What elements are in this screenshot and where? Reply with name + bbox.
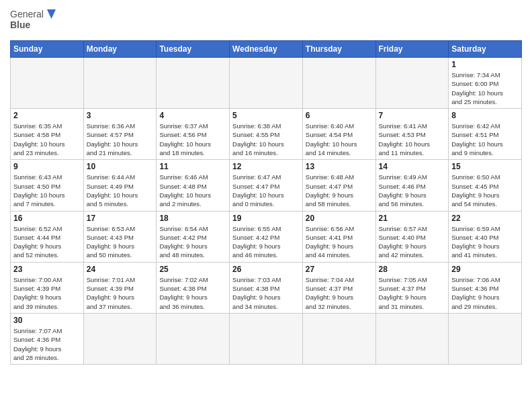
calendar-header-sunday: Sunday bbox=[11, 41, 84, 58]
day-info: Sunrise: 6:40 AM Sunset: 4:54 PM Dayligh… bbox=[306, 122, 373, 157]
calendar-header-wednesday: Wednesday bbox=[230, 41, 303, 58]
generalblue-logo: General Blue bbox=[10, 7, 57, 35]
calendar-day-cell: 13Sunrise: 6:48 AM Sunset: 4:47 PM Dayli… bbox=[302, 160, 375, 211]
calendar-day-cell: 30Sunrise: 7:07 AM Sunset: 4:36 PM Dayli… bbox=[11, 313, 84, 364]
day-info: Sunrise: 7:05 AM Sunset: 4:37 PM Dayligh… bbox=[379, 275, 446, 311]
day-info: Sunrise: 6:53 AM Sunset: 4:43 PM Dayligh… bbox=[87, 224, 154, 260]
day-info: Sunrise: 7:03 AM Sunset: 4:38 PM Dayligh… bbox=[232, 275, 300, 311]
calendar-day-cell: 29Sunrise: 7:06 AM Sunset: 4:36 PM Dayli… bbox=[449, 262, 522, 313]
calendar-day-cell bbox=[375, 313, 449, 364]
day-number: 28 bbox=[379, 265, 446, 274]
calendar-day-cell bbox=[302, 313, 375, 364]
day-number: 3 bbox=[87, 111, 154, 120]
calendar-day-cell: 3Sunrise: 6:36 AM Sunset: 4:57 PM Daylig… bbox=[83, 109, 157, 160]
calendar-day-cell bbox=[302, 58, 375, 109]
calendar-day-cell: 14Sunrise: 6:49 AM Sunset: 4:46 PM Dayli… bbox=[375, 160, 449, 211]
day-number: 10 bbox=[87, 162, 154, 171]
day-info: Sunrise: 6:50 AM Sunset: 4:45 PM Dayligh… bbox=[451, 173, 519, 208]
calendar-header-saturday: Saturday bbox=[449, 41, 522, 58]
day-info: Sunrise: 6:55 AM Sunset: 4:42 PM Dayligh… bbox=[232, 224, 300, 260]
day-number: 29 bbox=[451, 265, 519, 274]
svg-marker-2 bbox=[47, 9, 56, 19]
day-number: 18 bbox=[159, 214, 226, 223]
calendar-day-cell: 23Sunrise: 7:00 AM Sunset: 4:39 PM Dayli… bbox=[11, 262, 84, 313]
calendar-day-cell bbox=[449, 313, 522, 364]
day-info: Sunrise: 7:01 AM Sunset: 4:39 PM Dayligh… bbox=[87, 275, 154, 311]
calendar-day-cell: 20Sunrise: 6:56 AM Sunset: 4:41 PM Dayli… bbox=[302, 211, 375, 262]
calendar-day-cell bbox=[83, 58, 157, 109]
calendar-day-cell: 27Sunrise: 7:04 AM Sunset: 4:37 PM Dayli… bbox=[302, 262, 375, 313]
day-info: Sunrise: 7:00 AM Sunset: 4:39 PM Dayligh… bbox=[13, 275, 81, 311]
calendar-header-thursday: Thursday bbox=[302, 41, 375, 58]
day-info: Sunrise: 7:06 AM Sunset: 4:36 PM Dayligh… bbox=[451, 275, 519, 311]
day-number: 1 bbox=[451, 60, 519, 69]
calendar-day-cell: 21Sunrise: 6:57 AM Sunset: 4:40 PM Dayli… bbox=[375, 211, 449, 262]
calendar-header-tuesday: Tuesday bbox=[157, 41, 230, 58]
calendar-day-cell: 5Sunrise: 6:38 AM Sunset: 4:55 PM Daylig… bbox=[230, 109, 303, 160]
day-number: 20 bbox=[306, 214, 373, 223]
calendar-day-cell: 7Sunrise: 6:41 AM Sunset: 4:53 PM Daylig… bbox=[375, 109, 449, 160]
day-info: Sunrise: 7:34 AM Sunset: 6:00 PM Dayligh… bbox=[451, 71, 519, 106]
day-number: 2 bbox=[13, 111, 81, 120]
calendar-week-row: 9Sunrise: 6:43 AM Sunset: 4:50 PM Daylig… bbox=[11, 160, 522, 211]
day-number: 13 bbox=[306, 162, 373, 171]
day-info: Sunrise: 7:02 AM Sunset: 4:38 PM Dayligh… bbox=[159, 275, 226, 311]
calendar-day-cell: 2Sunrise: 6:35 AM Sunset: 4:58 PM Daylig… bbox=[11, 109, 84, 160]
calendar-day-cell: 11Sunrise: 6:46 AM Sunset: 4:48 PM Dayli… bbox=[157, 160, 230, 211]
day-info: Sunrise: 6:47 AM Sunset: 4:47 PM Dayligh… bbox=[232, 173, 300, 208]
day-info: Sunrise: 6:38 AM Sunset: 4:55 PM Dayligh… bbox=[232, 122, 300, 157]
day-number: 17 bbox=[87, 214, 154, 223]
day-info: Sunrise: 6:54 AM Sunset: 4:42 PM Dayligh… bbox=[159, 224, 226, 260]
calendar: SundayMondayTuesdayWednesdayThursdayFrid… bbox=[10, 40, 522, 365]
svg-text:General: General bbox=[10, 9, 44, 19]
day-number: 8 bbox=[451, 111, 519, 120]
day-number: 6 bbox=[306, 111, 373, 120]
calendar-day-cell: 15Sunrise: 6:50 AM Sunset: 4:45 PM Dayli… bbox=[449, 160, 522, 211]
day-number: 11 bbox=[159, 162, 226, 171]
day-number: 30 bbox=[13, 316, 81, 325]
day-number: 7 bbox=[379, 111, 446, 120]
calendar-header-friday: Friday bbox=[375, 41, 449, 58]
day-info: Sunrise: 6:37 AM Sunset: 4:56 PM Dayligh… bbox=[159, 122, 226, 157]
day-info: Sunrise: 7:07 AM Sunset: 4:36 PM Dayligh… bbox=[13, 326, 81, 362]
header: General Blue bbox=[10, 7, 522, 35]
day-info: Sunrise: 7:04 AM Sunset: 4:37 PM Dayligh… bbox=[306, 275, 373, 311]
day-number: 4 bbox=[159, 111, 226, 120]
day-info: Sunrise: 6:44 AM Sunset: 4:49 PM Dayligh… bbox=[87, 173, 154, 208]
svg-text:Blue: Blue bbox=[10, 19, 31, 30]
calendar-week-row: 1Sunrise: 7:34 AM Sunset: 6:00 PM Daylig… bbox=[11, 58, 522, 109]
day-info: Sunrise: 6:35 AM Sunset: 4:58 PM Dayligh… bbox=[13, 122, 81, 157]
calendar-day-cell: 25Sunrise: 7:02 AM Sunset: 4:38 PM Dayli… bbox=[157, 262, 230, 313]
day-info: Sunrise: 6:36 AM Sunset: 4:57 PM Dayligh… bbox=[87, 122, 154, 157]
calendar-day-cell: 9Sunrise: 6:43 AM Sunset: 4:50 PM Daylig… bbox=[11, 160, 84, 211]
calendar-day-cell: 24Sunrise: 7:01 AM Sunset: 4:39 PM Dayli… bbox=[83, 262, 157, 313]
day-info: Sunrise: 6:42 AM Sunset: 4:51 PM Dayligh… bbox=[451, 122, 519, 157]
calendar-day-cell: 8Sunrise: 6:42 AM Sunset: 4:51 PM Daylig… bbox=[449, 109, 522, 160]
day-number: 26 bbox=[232, 265, 300, 274]
calendar-day-cell: 6Sunrise: 6:40 AM Sunset: 4:54 PM Daylig… bbox=[302, 109, 375, 160]
day-info: Sunrise: 6:49 AM Sunset: 4:46 PM Dayligh… bbox=[379, 173, 446, 208]
day-info: Sunrise: 6:46 AM Sunset: 4:48 PM Dayligh… bbox=[159, 173, 226, 208]
page: General Blue SundayMondayTuesdayWednesda… bbox=[0, 0, 532, 411]
day-number: 14 bbox=[379, 162, 446, 171]
day-number: 5 bbox=[232, 111, 300, 120]
calendar-day-cell: 1Sunrise: 7:34 AM Sunset: 6:00 PM Daylig… bbox=[449, 58, 522, 109]
day-number: 19 bbox=[232, 214, 300, 223]
day-number: 15 bbox=[451, 162, 519, 171]
calendar-day-cell: 4Sunrise: 6:37 AM Sunset: 4:56 PM Daylig… bbox=[157, 109, 230, 160]
calendar-day-cell: 26Sunrise: 7:03 AM Sunset: 4:38 PM Dayli… bbox=[230, 262, 303, 313]
calendar-day-cell bbox=[11, 58, 84, 109]
logo: General Blue bbox=[10, 7, 57, 35]
calendar-week-row: 30Sunrise: 7:07 AM Sunset: 4:36 PM Dayli… bbox=[11, 313, 522, 364]
calendar-week-row: 16Sunrise: 6:52 AM Sunset: 4:44 PM Dayli… bbox=[11, 211, 522, 262]
day-number: 27 bbox=[306, 265, 373, 274]
day-number: 23 bbox=[13, 265, 81, 274]
calendar-day-cell bbox=[157, 313, 230, 364]
calendar-week-row: 23Sunrise: 7:00 AM Sunset: 4:39 PM Dayli… bbox=[11, 262, 522, 313]
day-info: Sunrise: 6:43 AM Sunset: 4:50 PM Dayligh… bbox=[13, 173, 81, 208]
day-number: 9 bbox=[13, 162, 81, 171]
day-number: 25 bbox=[159, 265, 226, 274]
calendar-day-cell: 28Sunrise: 7:05 AM Sunset: 4:37 PM Dayli… bbox=[375, 262, 449, 313]
calendar-day-cell: 10Sunrise: 6:44 AM Sunset: 4:49 PM Dayli… bbox=[83, 160, 157, 211]
calendar-day-cell: 19Sunrise: 6:55 AM Sunset: 4:42 PM Dayli… bbox=[230, 211, 303, 262]
